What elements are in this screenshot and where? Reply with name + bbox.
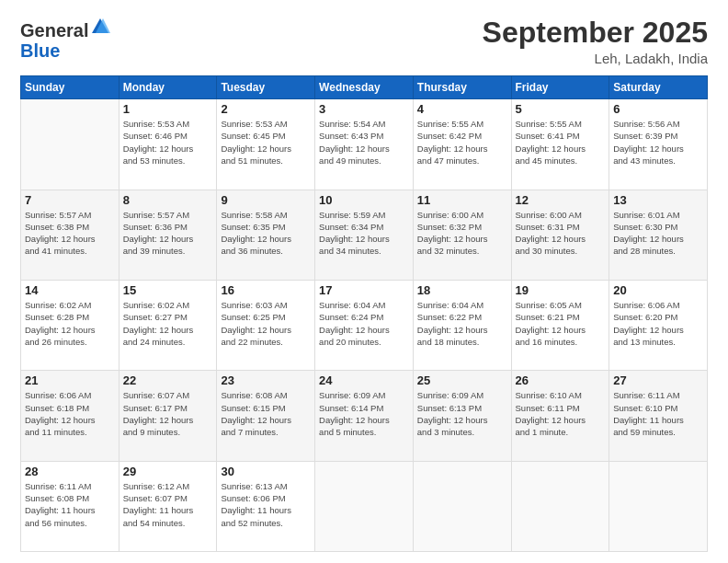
month-title: September 2025 bbox=[483, 17, 708, 49]
table-row bbox=[315, 461, 414, 551]
cell-info: Sunrise: 6:12 AMSunset: 6:07 PMDaylight:… bbox=[123, 480, 213, 529]
table-row: 3Sunrise: 5:54 AMSunset: 6:43 PMDaylight… bbox=[315, 99, 414, 190]
table-row: 17Sunrise: 6:04 AMSunset: 6:24 PMDayligh… bbox=[315, 280, 414, 370]
title-block: September 2025 Leh, Ladakh, India bbox=[483, 17, 708, 66]
col-saturday: Saturday bbox=[609, 76, 708, 99]
day-number: 21 bbox=[25, 373, 115, 387]
table-row: 12Sunrise: 6:00 AMSunset: 6:31 PMDayligh… bbox=[511, 190, 609, 280]
table-row: 30Sunrise: 6:13 AMSunset: 6:06 PMDayligh… bbox=[217, 461, 315, 551]
cell-info: Sunrise: 6:10 AMSunset: 6:11 PMDaylight:… bbox=[516, 389, 606, 438]
day-number: 11 bbox=[417, 193, 507, 207]
table-row bbox=[609, 461, 708, 551]
day-number: 10 bbox=[319, 193, 409, 207]
table-row: 9Sunrise: 5:58 AMSunset: 6:35 PMDaylight… bbox=[217, 190, 315, 280]
table-row: 11Sunrise: 6:00 AMSunset: 6:32 PMDayligh… bbox=[413, 190, 511, 280]
day-number: 5 bbox=[516, 102, 606, 116]
table-row: 28Sunrise: 6:11 AMSunset: 6:08 PMDayligh… bbox=[21, 461, 119, 551]
cell-info: Sunrise: 6:01 AMSunset: 6:30 PMDaylight:… bbox=[613, 209, 703, 258]
table-row: 7Sunrise: 5:57 AMSunset: 6:38 PMDaylight… bbox=[21, 190, 119, 280]
page-header: General Blue September 2025 Leh, Ladakh,… bbox=[20, 17, 708, 66]
cell-info: Sunrise: 6:04 AMSunset: 6:22 PMDaylight:… bbox=[417, 299, 507, 348]
cell-info: Sunrise: 5:55 AMSunset: 6:41 PMDaylight:… bbox=[516, 118, 606, 167]
table-row: 22Sunrise: 6:07 AMSunset: 6:17 PMDayligh… bbox=[119, 371, 217, 461]
table-row: 13Sunrise: 6:01 AMSunset: 6:30 PMDayligh… bbox=[609, 190, 708, 280]
day-number: 22 bbox=[123, 373, 213, 387]
logo-icon bbox=[90, 17, 110, 37]
cell-info: Sunrise: 6:04 AMSunset: 6:24 PMDaylight:… bbox=[319, 299, 409, 348]
day-number: 16 bbox=[221, 283, 311, 297]
table-row: 21Sunrise: 6:06 AMSunset: 6:18 PMDayligh… bbox=[21, 371, 119, 461]
day-number: 1 bbox=[123, 102, 213, 116]
table-row: 4Sunrise: 5:55 AMSunset: 6:42 PMDaylight… bbox=[413, 99, 511, 190]
cell-info: Sunrise: 6:11 AMSunset: 6:10 PMDaylight:… bbox=[613, 389, 703, 438]
day-number: 15 bbox=[123, 283, 213, 297]
logo: General Blue bbox=[20, 17, 110, 61]
day-number: 28 bbox=[25, 465, 115, 478]
calendar-week-row: 28Sunrise: 6:11 AMSunset: 6:08 PMDayligh… bbox=[21, 461, 708, 551]
table-row: 8Sunrise: 5:57 AMSunset: 6:36 PMDaylight… bbox=[119, 190, 217, 280]
cell-info: Sunrise: 6:11 AMSunset: 6:08 PMDaylight:… bbox=[25, 480, 115, 529]
table-row: 2Sunrise: 5:53 AMSunset: 6:45 PMDaylight… bbox=[217, 99, 315, 190]
table-row: 19Sunrise: 6:05 AMSunset: 6:21 PMDayligh… bbox=[511, 280, 609, 370]
cell-info: Sunrise: 5:55 AMSunset: 6:42 PMDaylight:… bbox=[417, 118, 507, 167]
table-row bbox=[21, 99, 119, 190]
cell-info: Sunrise: 6:05 AMSunset: 6:21 PMDaylight:… bbox=[516, 299, 606, 348]
day-number: 26 bbox=[516, 373, 606, 387]
cell-info: Sunrise: 6:06 AMSunset: 6:18 PMDaylight:… bbox=[25, 389, 115, 438]
day-number: 30 bbox=[221, 465, 311, 478]
table-row: 27Sunrise: 6:11 AMSunset: 6:10 PMDayligh… bbox=[609, 371, 708, 461]
cell-info: Sunrise: 6:02 AMSunset: 6:28 PMDaylight:… bbox=[25, 299, 115, 348]
cell-info: Sunrise: 6:13 AMSunset: 6:06 PMDaylight:… bbox=[221, 480, 311, 529]
logo-general: General bbox=[20, 20, 88, 40]
calendar-page: General Blue September 2025 Leh, Ladakh,… bbox=[0, 0, 728, 563]
cell-info: Sunrise: 5:53 AMSunset: 6:45 PMDaylight:… bbox=[221, 118, 311, 167]
day-number: 6 bbox=[613, 102, 703, 116]
calendar-week-row: 21Sunrise: 6:06 AMSunset: 6:18 PMDayligh… bbox=[21, 371, 708, 461]
table-row: 23Sunrise: 6:08 AMSunset: 6:15 PMDayligh… bbox=[217, 371, 315, 461]
day-number: 29 bbox=[123, 465, 213, 478]
table-row: 24Sunrise: 6:09 AMSunset: 6:14 PMDayligh… bbox=[315, 371, 414, 461]
cell-info: Sunrise: 5:58 AMSunset: 6:35 PMDaylight:… bbox=[221, 209, 311, 258]
logo-blue: Blue bbox=[20, 40, 60, 61]
cell-info: Sunrise: 6:03 AMSunset: 6:25 PMDaylight:… bbox=[221, 299, 311, 348]
col-sunday: Sunday bbox=[21, 76, 119, 99]
col-friday: Friday bbox=[511, 76, 609, 99]
col-monday: Monday bbox=[119, 76, 217, 99]
day-number: 4 bbox=[417, 102, 507, 116]
table-row: 1Sunrise: 5:53 AMSunset: 6:46 PMDaylight… bbox=[119, 99, 217, 190]
table-row: 26Sunrise: 6:10 AMSunset: 6:11 PMDayligh… bbox=[511, 371, 609, 461]
cell-info: Sunrise: 5:56 AMSunset: 6:39 PMDaylight:… bbox=[613, 118, 703, 167]
calendar-header-row: Sunday Monday Tuesday Wednesday Thursday… bbox=[21, 76, 708, 99]
day-number: 18 bbox=[417, 283, 507, 297]
calendar-table: Sunday Monday Tuesday Wednesday Thursday… bbox=[20, 75, 708, 552]
table-row: 5Sunrise: 5:55 AMSunset: 6:41 PMDaylight… bbox=[511, 99, 609, 190]
day-number: 19 bbox=[516, 283, 606, 297]
table-row: 25Sunrise: 6:09 AMSunset: 6:13 PMDayligh… bbox=[413, 371, 511, 461]
cell-info: Sunrise: 6:00 AMSunset: 6:32 PMDaylight:… bbox=[417, 209, 507, 258]
day-number: 2 bbox=[221, 102, 311, 116]
col-wednesday: Wednesday bbox=[315, 76, 414, 99]
col-tuesday: Tuesday bbox=[217, 76, 315, 99]
cell-info: Sunrise: 6:09 AMSunset: 6:13 PMDaylight:… bbox=[417, 389, 507, 438]
col-thursday: Thursday bbox=[413, 76, 511, 99]
day-number: 25 bbox=[417, 373, 507, 387]
cell-info: Sunrise: 5:57 AMSunset: 6:36 PMDaylight:… bbox=[123, 209, 213, 258]
table-row bbox=[413, 461, 511, 551]
cell-info: Sunrise: 5:57 AMSunset: 6:38 PMDaylight:… bbox=[25, 209, 115, 258]
table-row: 10Sunrise: 5:59 AMSunset: 6:34 PMDayligh… bbox=[315, 190, 414, 280]
day-number: 23 bbox=[221, 373, 311, 387]
day-number: 7 bbox=[25, 193, 115, 207]
cell-info: Sunrise: 6:08 AMSunset: 6:15 PMDaylight:… bbox=[221, 389, 311, 438]
location: Leh, Ladakh, India bbox=[483, 51, 708, 66]
day-number: 8 bbox=[123, 193, 213, 207]
day-number: 14 bbox=[25, 283, 115, 297]
day-number: 13 bbox=[613, 193, 703, 207]
day-number: 27 bbox=[613, 373, 703, 387]
table-row: 6Sunrise: 5:56 AMSunset: 6:39 PMDaylight… bbox=[609, 99, 708, 190]
cell-info: Sunrise: 6:09 AMSunset: 6:14 PMDaylight:… bbox=[319, 389, 409, 438]
day-number: 9 bbox=[221, 193, 311, 207]
cell-info: Sunrise: 6:02 AMSunset: 6:27 PMDaylight:… bbox=[123, 299, 213, 348]
day-number: 3 bbox=[319, 102, 409, 116]
calendar-week-row: 7Sunrise: 5:57 AMSunset: 6:38 PMDaylight… bbox=[21, 190, 708, 280]
day-number: 17 bbox=[319, 283, 409, 297]
